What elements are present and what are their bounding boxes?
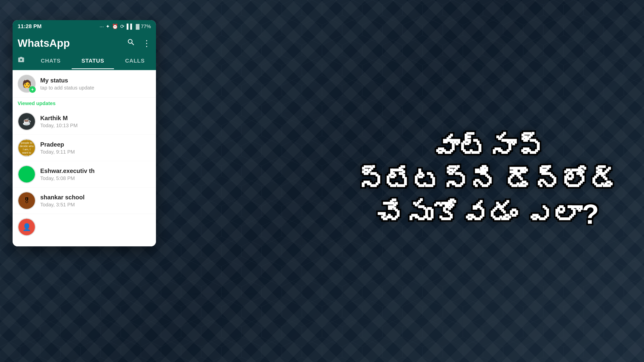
- partial-avatar: 👤: [18, 218, 36, 236]
- my-status-name: My status: [40, 77, 94, 84]
- list-item[interactable]: ☕ Karthik M Today, 10:13 PM: [13, 108, 156, 135]
- my-status-item[interactable]: 🧑 + My status tap to add status update: [13, 70, 156, 98]
- telugu-line3: చేసుకోవడం ఎలా?: [356, 198, 619, 231]
- shankar-avatar: 🎖: [18, 192, 36, 210]
- app-header: WhatsApp ⋮: [13, 33, 156, 52]
- partial-avatar-image: 👤: [18, 219, 35, 235]
- alarm-icon: ⏰: [112, 23, 118, 29]
- viewed-updates-label: Viewed updates: [13, 98, 156, 108]
- add-status-button[interactable]: +: [29, 86, 36, 93]
- shankar-time: Today, 3:51 PM: [40, 202, 85, 208]
- pradeep-avatar: I don't want other people to decide who …: [18, 139, 36, 157]
- list-item[interactable]: 👤: [13, 214, 156, 240]
- header-icons: ⋮: [127, 38, 151, 49]
- list-item[interactable]: 🎖 shankar school Today, 3:51 PM: [13, 188, 156, 214]
- shankar-status-text: shankar school Today, 3:51 PM: [40, 194, 85, 208]
- tab-chats[interactable]: CHATS: [30, 53, 72, 69]
- pradeep-time: Today, 9:11 PM: [40, 149, 75, 155]
- bluetooth-icon: ✦: [106, 23, 110, 29]
- status-bar: 11:28 PM ··· ✦ ⏰ ⟳ ▌▌ ▓ 77%: [13, 20, 156, 33]
- karthik-status-text: Karthik M Today, 10:13 PM: [40, 115, 78, 128]
- status-bar-time: 11:28 PM: [18, 23, 42, 30]
- tab-status[interactable]: STATUS: [72, 53, 114, 69]
- list-item[interactable]: Eshwar.executiv th Today, 5:08 PM: [13, 161, 156, 188]
- wifi-icon: ⟳: [120, 23, 125, 29]
- eshwar-avatar-image: [18, 166, 35, 183]
- dots-icon: ···: [100, 24, 104, 29]
- signal-icon: ▌▌: [127, 24, 134, 29]
- karthik-time: Today, 10:13 PM: [40, 123, 78, 128]
- eshwar-status-text: Eshwar.executiv th Today, 5:08 PM: [40, 167, 95, 181]
- my-status-avatar-wrap: 🧑 +: [18, 75, 36, 93]
- camera-tab[interactable]: [13, 52, 30, 70]
- eshwar-avatar: [18, 165, 36, 183]
- battery-icon: ▓ 77%: [136, 24, 151, 29]
- list-item[interactable]: I don't want other people to decide who …: [13, 135, 156, 161]
- telugu-line2: స్టేటస్ని డౌన్లోడ్: [356, 164, 619, 198]
- telugu-line1: వాట్సాప్: [356, 131, 619, 164]
- shankar-avatar-image: 🎖: [18, 192, 35, 209]
- search-icon[interactable]: [127, 38, 135, 49]
- tabs-bar: CHATS STATUS CALLS: [13, 52, 156, 70]
- status-content: 🧑 + My status tap to add status update V…: [13, 70, 156, 246]
- phone-mockup: 11:28 PM ··· ✦ ⏰ ⟳ ▌▌ ▓ 77% WhatsApp ⋮: [13, 20, 156, 246]
- my-status-info: My status tap to add status update: [40, 77, 94, 91]
- karthik-name: Karthik M: [40, 115, 78, 122]
- karthik-avatar-image: ☕: [18, 113, 35, 130]
- pradeep-status-text: Pradeep Today, 9:11 PM: [40, 141, 75, 155]
- pradeep-avatar-image: I don't want other people to decide who …: [18, 140, 35, 156]
- eshwar-time: Today, 5:08 PM: [40, 175, 95, 181]
- my-status-subtitle: tap to add status update: [40, 85, 94, 91]
- shankar-name: shankar school: [40, 194, 85, 201]
- status-bar-icons: ··· ✦ ⏰ ⟳ ▌▌ ▓ 77%: [100, 23, 151, 29]
- telugu-text-overlay: వాట్సాప్ స్టేటస్ని డౌన్లోడ్ చేసుకోవడం ఎల…: [356, 131, 619, 231]
- tab-calls[interactable]: CALLS: [114, 53, 156, 69]
- pradeep-name: Pradeep: [40, 141, 75, 148]
- eshwar-name: Eshwar.executiv th: [40, 167, 95, 174]
- more-options-icon[interactable]: ⋮: [142, 38, 151, 48]
- app-title: WhatsApp: [18, 37, 70, 49]
- karthik-avatar: ☕: [18, 112, 36, 130]
